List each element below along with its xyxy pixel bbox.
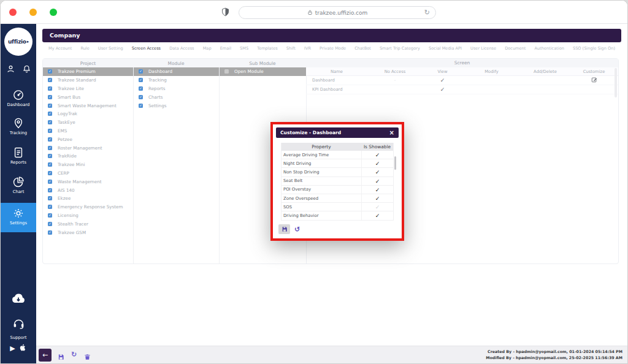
- back-button[interactable]: ←: [39, 349, 52, 362]
- project-row[interactable]: CERP: [43, 169, 133, 178]
- showable-check[interactable]: ✓: [361, 177, 393, 185]
- project-row[interactable]: Trakzee Lite: [43, 85, 133, 93]
- showable-check[interactable]: ✓: [361, 211, 393, 219]
- tab[interactable]: Social Media API: [429, 46, 462, 51]
- project-row[interactable]: AIS 140: [43, 186, 133, 194]
- checkbox[interactable]: [139, 95, 143, 99]
- checkbox[interactable]: [48, 196, 52, 200]
- checkbox[interactable]: [224, 69, 229, 74]
- checkbox[interactable]: [139, 86, 143, 91]
- delete-icon[interactable]: [84, 351, 91, 363]
- checkbox[interactable]: [139, 69, 143, 74]
- tab[interactable]: User License: [470, 46, 496, 51]
- project-row[interactable]: Trakzee Standard: [43, 76, 133, 85]
- module-row[interactable]: Tracking: [134, 76, 219, 85]
- tab[interactable]: Shift: [286, 46, 296, 51]
- project-row[interactable]: Smart Bus: [43, 93, 133, 101]
- checkbox[interactable]: [139, 104, 143, 108]
- project-row[interactable]: Trakzee Premium: [43, 67, 133, 76]
- submodule-row[interactable]: Open Module: [220, 67, 306, 76]
- project-row[interactable]: Stealth Tracer: [43, 219, 133, 228]
- showable-check[interactable]: ✓: [361, 194, 393, 202]
- tab[interactable]: Screen Access: [132, 46, 161, 51]
- module-row[interactable]: Dashboard: [134, 67, 219, 76]
- tab[interactable]: IVR: [304, 46, 311, 51]
- checkbox[interactable]: [48, 154, 52, 158]
- project-row[interactable]: Smart Waste Management: [43, 101, 133, 110]
- showable-check[interactable]: ✓: [361, 186, 393, 194]
- checkbox[interactable]: [48, 146, 52, 150]
- showable-check[interactable]: ✓: [361, 168, 393, 176]
- checkbox[interactable]: [48, 78, 52, 82]
- module-row[interactable]: Reports: [134, 85, 219, 93]
- module-row[interactable]: Settings: [134, 101, 219, 110]
- tab[interactable]: ChatBot: [354, 46, 371, 51]
- module-row[interactable]: Charts: [134, 93, 219, 101]
- checkbox[interactable]: [48, 222, 52, 226]
- refresh-icon[interactable]: ↻: [71, 351, 77, 358]
- project-row[interactable]: TrakRide: [43, 152, 133, 161]
- tab[interactable]: User Setting: [98, 46, 123, 51]
- showable-check[interactable]: ✓: [361, 159, 393, 167]
- project-row[interactable]: Emergency Response System: [43, 203, 133, 211]
- project-row[interactable]: Roster Management: [43, 143, 133, 152]
- tab[interactable]: Rule: [80, 46, 89, 51]
- maximize-window-button[interactable]: [50, 9, 57, 16]
- screen-table-scrollbar[interactable]: [615, 68, 617, 97]
- checkbox[interactable]: [48, 171, 52, 175]
- modal-scrollbar[interactable]: [394, 156, 396, 170]
- project-row[interactable]: Trakzee Mini: [43, 161, 133, 169]
- project-row[interactable]: LogyTrak: [43, 110, 133, 118]
- sidebar-item-reports[interactable]: Reports: [1, 146, 36, 165]
- tab[interactable]: My Account: [48, 46, 72, 51]
- checkbox[interactable]: [48, 95, 52, 99]
- tab[interactable]: Data Access: [169, 46, 194, 51]
- checkbox[interactable]: [48, 86, 52, 91]
- sidebar-item-support[interactable]: Support: [1, 317, 36, 341]
- project-row[interactable]: Trakzee GSM: [43, 228, 133, 237]
- project-row[interactable]: TaskEye: [43, 118, 133, 127]
- checkbox[interactable]: [48, 205, 52, 209]
- tab[interactable]: Templates: [257, 46, 278, 51]
- cloud-download-icon[interactable]: [1, 291, 36, 308]
- user-icon[interactable]: [6, 64, 15, 76]
- close-icon[interactable]: ×: [389, 130, 394, 136]
- project-row[interactable]: Waste Management: [43, 177, 133, 186]
- project-row[interactable]: Petzee: [43, 135, 133, 143]
- sidebar-item-tracking[interactable]: Tracking: [1, 117, 36, 135]
- checkbox[interactable]: [48, 112, 52, 116]
- modal-save-button[interactable]: [278, 224, 290, 234]
- project-row[interactable]: Ekzee: [43, 194, 133, 203]
- checkbox[interactable]: [48, 137, 52, 142]
- customize-edit-icon[interactable]: [591, 77, 597, 83]
- checkbox[interactable]: [48, 129, 52, 133]
- tab[interactable]: Document: [505, 46, 526, 51]
- close-window-button[interactable]: [9, 9, 17, 16]
- checkbox[interactable]: [48, 213, 52, 218]
- apple-icon[interactable]: [18, 343, 27, 354]
- checkbox[interactable]: [48, 120, 52, 124]
- tab[interactable]: Map: [203, 46, 212, 51]
- checkbox[interactable]: [48, 104, 52, 108]
- google-play-icon[interactable]: ▶: [10, 344, 15, 352]
- sidebar-item-dashboard[interactable]: Dashboard: [1, 89, 36, 107]
- tab[interactable]: Smart Trip Category: [380, 46, 420, 51]
- tab[interactable]: SMS: [240, 46, 248, 51]
- checkbox[interactable]: [48, 230, 52, 235]
- checkbox[interactable]: [48, 162, 52, 167]
- minimize-window-button[interactable]: [29, 9, 37, 16]
- showable-check[interactable]: ✓: [361, 203, 393, 211]
- project-row[interactable]: EMS: [43, 127, 133, 135]
- showable-check[interactable]: ✓: [361, 151, 393, 159]
- tab[interactable]: Email: [220, 46, 231, 51]
- tab[interactable]: Private Mode: [320, 46, 346, 51]
- checkbox[interactable]: [48, 69, 52, 74]
- checkbox[interactable]: [139, 78, 143, 82]
- tab[interactable]: Authentication: [534, 46, 564, 51]
- shield-icon[interactable]: [221, 7, 230, 17]
- tab[interactable]: SSO (Single Sign On): [573, 46, 615, 51]
- sidebar-item-settings[interactable]: Settings: [1, 203, 36, 232]
- checkbox[interactable]: [48, 180, 52, 184]
- checkbox[interactable]: [48, 188, 52, 192]
- save-icon[interactable]: [58, 351, 64, 363]
